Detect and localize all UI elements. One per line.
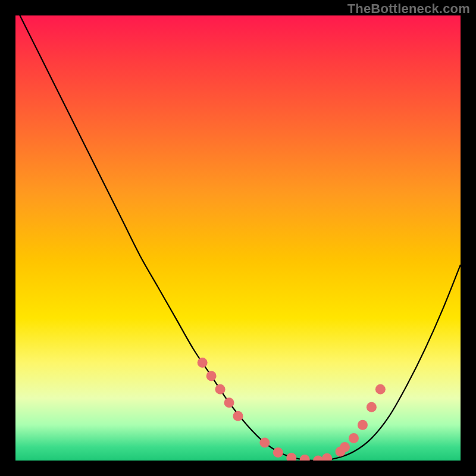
highlight-dot	[358, 420, 368, 430]
highlight-dot	[215, 384, 226, 394]
marker-layer	[198, 358, 386, 461]
chart-frame: TheBottleneck.com	[0, 0, 476, 476]
bottleneck-curve	[15, 15, 461, 461]
highlight-dot	[349, 433, 359, 443]
curve-layer	[15, 15, 461, 461]
highlight-dot	[340, 442, 350, 452]
highlight-dot	[300, 455, 310, 461]
highlight-dot	[198, 358, 208, 368]
chart-svg	[15, 15, 461, 461]
highlight-dot	[367, 402, 377, 412]
highlight-dot	[206, 371, 217, 381]
highlight-dot	[233, 411, 243, 421]
highlight-dot	[273, 447, 283, 458]
watermark-text: TheBottleneck.com	[347, 1, 470, 17]
highlight-dot	[224, 397, 234, 408]
highlight-dot	[259, 438, 270, 448]
plot-area	[15, 15, 461, 461]
highlight-dot	[322, 453, 332, 461]
highlight-dot	[313, 456, 323, 461]
highlight-dot	[375, 384, 386, 394]
highlight-dot	[286, 453, 296, 461]
